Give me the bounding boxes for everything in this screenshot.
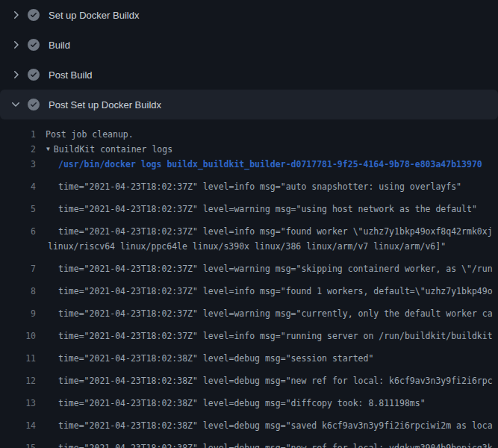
log-text: linux/riscv64 linux/ppc64le linux/s390x …: [36, 239, 446, 254]
log-text: time="2021-04-23T18:02:37Z" level=warnin…: [36, 261, 493, 276]
log-text: time="2021-04-23T18:02:37Z" level=info m…: [36, 329, 493, 343]
line-number: [0, 239, 36, 254]
log-line: 7time="2021-04-23T18:02:37Z" level=warni…: [0, 254, 498, 276]
log-line: 11time="2021-04-23T18:02:38Z" level=debu…: [0, 343, 498, 366]
log-line: 14time="2021-04-23T18:02:38Z" level=debu…: [0, 411, 498, 433]
log-line: 12time="2021-04-23T18:02:38Z" level=debu…: [0, 366, 498, 388]
line-number[interactable]: 5: [0, 202, 36, 217]
log-text: time="2021-04-23T18:02:38Z" level=debug …: [36, 396, 426, 411]
check-circle-icon: [28, 69, 40, 81]
log-line: 5time="2021-04-23T18:02:37Z" level=warni…: [0, 194, 498, 217]
log-line: 13time="2021-04-23T18:02:38Z" level=debu…: [0, 388, 498, 411]
line-number[interactable]: 6: [0, 224, 36, 239]
step-label: Build: [49, 40, 70, 51]
log-line: 9time="2021-04-23T18:02:37Z" level=warni…: [0, 299, 498, 321]
log-text: time="2021-04-23T18:02:37Z" level=info m…: [36, 284, 493, 299]
line-number[interactable]: 1: [0, 127, 36, 142]
log-text: time="2021-04-23T18:02:37Z" level=info m…: [36, 224, 493, 239]
log-line: 1Post job cleanup.: [0, 127, 498, 142]
step-set-up-docker-buildx[interactable]: Set up Docker Buildx: [0, 0, 498, 30]
log-text: time="2021-04-23T18:02:38Z" level=debug …: [36, 418, 493, 433]
log-line: 4time="2021-04-23T18:02:37Z" level=info …: [0, 172, 498, 194]
step-build[interactable]: Build: [0, 30, 498, 60]
line-number[interactable]: 2: [0, 142, 36, 157]
step-label: Set up Docker Buildx: [49, 10, 139, 21]
line-number[interactable]: 14: [0, 418, 36, 433]
log-line: 15time="2021-04-23T18:02:38Z" level=debu…: [0, 433, 498, 448]
line-number[interactable]: 4: [0, 179, 36, 194]
log-line: 8time="2021-04-23T18:02:37Z" level=info …: [0, 276, 498, 299]
log-text: Post job cleanup.: [36, 127, 134, 142]
triangle-down-icon: ▼: [46, 142, 50, 157]
log-line: 10time="2021-04-23T18:02:37Z" level=info…: [0, 321, 498, 343]
step-label: Post Build: [49, 69, 93, 81]
log-command-text: /usr/bin/docker logs buildx_buildkit_bui…: [36, 157, 482, 172]
step-label: Post Set up Docker Buildx: [49, 99, 161, 111]
log-text: time="2021-04-23T18:02:37Z" level=warnin…: [36, 202, 477, 217]
log-output: 1Post job cleanup.2▼BuildKit container l…: [0, 119, 498, 448]
chevron-right-icon: [10, 9, 22, 21]
check-circle-icon: [28, 9, 40, 21]
line-number[interactable]: 8: [0, 284, 36, 299]
line-number[interactable]: 13: [0, 396, 36, 411]
log-text: time="2021-04-23T18:02:38Z" level=debug …: [36, 373, 493, 388]
log-line: linux/riscv64 linux/ppc64le linux/s390x …: [0, 239, 498, 254]
log-line: 6time="2021-04-23T18:02:37Z" level=info …: [0, 217, 498, 239]
chevron-down-icon: [10, 99, 22, 111]
line-number[interactable]: 7: [0, 261, 36, 276]
line-number[interactable]: 9: [0, 306, 36, 321]
log-group-toggle[interactable]: ▼BuildKit container logs: [36, 142, 172, 157]
step-post-set-up-docker-buildx[interactable]: Post Set up Docker Buildx: [0, 90, 498, 119]
step-list: Set up Docker Buildx Build Post Build: [0, 0, 498, 119]
step-post-build[interactable]: Post Build: [0, 60, 498, 90]
log-line: 3/usr/bin/docker logs buildx_buildkit_bu…: [0, 157, 498, 172]
line-number[interactable]: 3: [0, 157, 36, 172]
chevron-right-icon: [10, 69, 22, 81]
line-number[interactable]: 11: [0, 351, 36, 366]
log-text: time="2021-04-23T18:02:37Z" level=warnin…: [36, 306, 493, 321]
log-text: time="2021-04-23T18:02:37Z" level=info m…: [36, 179, 461, 194]
log-line: 2▼BuildKit container logs: [0, 142, 498, 157]
check-circle-icon: [28, 99, 40, 111]
actions-log-viewer: Set up Docker Buildx Build Post Build: [0, 0, 498, 448]
line-number[interactable]: 10: [0, 329, 36, 343]
check-circle-icon: [28, 39, 40, 51]
line-number[interactable]: 15: [0, 441, 36, 448]
log-text: time="2021-04-23T18:02:38Z" level=debug …: [36, 441, 493, 448]
line-number[interactable]: 12: [0, 373, 36, 388]
log-group-title: BuildKit container logs: [54, 142, 172, 157]
chevron-right-icon: [10, 39, 22, 51]
log-text: time="2021-04-23T18:02:38Z" level=debug …: [36, 351, 373, 366]
